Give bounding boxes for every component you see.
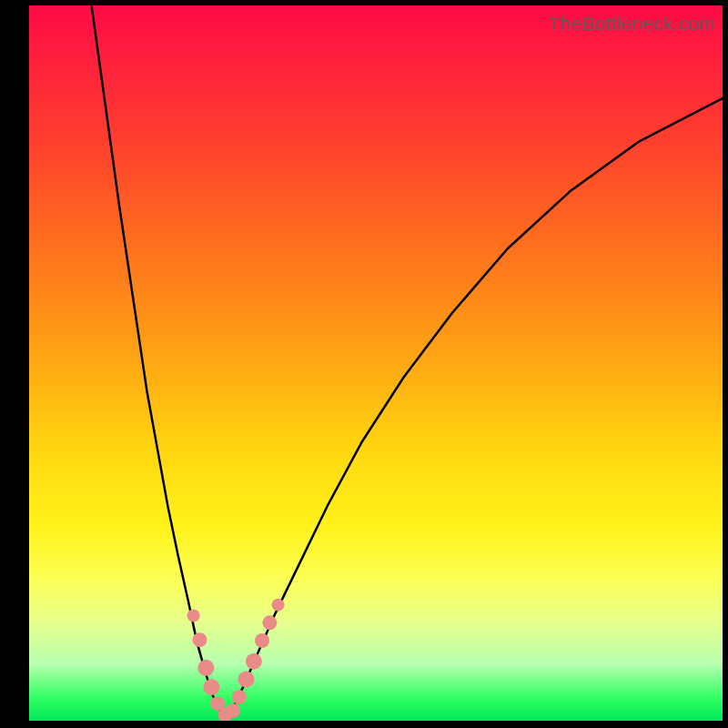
data-marker: [262, 615, 277, 630]
data-marker: [238, 671, 255, 687]
bottleneck-curve: [29, 5, 723, 721]
curve-right-branch: [225, 98, 723, 718]
chart-frame: TheBottleneck.com: [0, 0, 728, 728]
data-marker: [255, 633, 269, 648]
data-marker: [187, 609, 200, 622]
data-marker: [232, 690, 247, 704]
data-marker: [192, 632, 207, 647]
data-marker: [226, 703, 240, 718]
curve-left-branch: [92, 5, 225, 718]
data-marker: [272, 599, 285, 612]
data-marker: [197, 660, 214, 676]
data-marker: [203, 679, 219, 695]
plot-area: TheBottleneck.com: [29, 5, 723, 721]
data-marker: [246, 653, 262, 670]
